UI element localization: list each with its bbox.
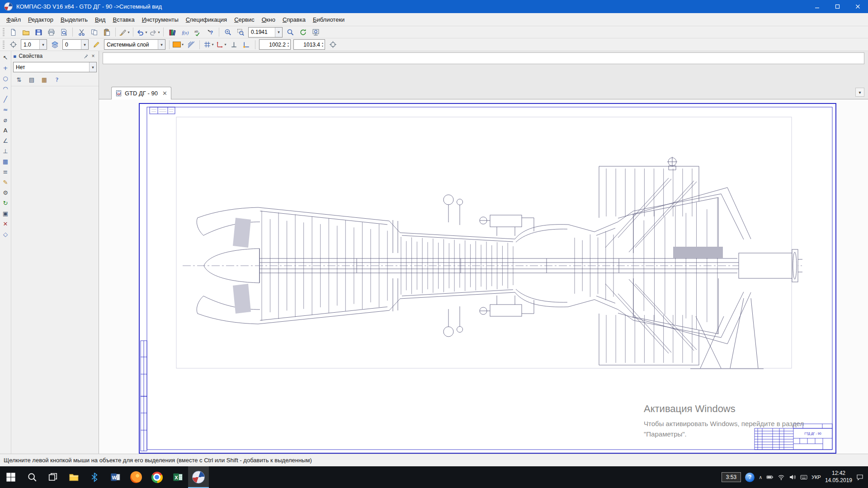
grid-icon[interactable]: ▾ — [203, 39, 214, 50]
excel-button[interactable] — [167, 466, 188, 488]
menu-item-tools[interactable]: Инструменты — [138, 14, 182, 25]
network-icon[interactable] — [778, 474, 785, 481]
refresh-image-icon[interactable] — [297, 27, 309, 38]
kompas-button[interactable] — [188, 466, 209, 488]
pin-panel-icon[interactable] — [82, 52, 90, 60]
hatch-tool-icon[interactable]: ▦ — [0, 156, 10, 166]
table-tool-icon[interactable]: ≡ — [0, 167, 10, 177]
panel-help-icon[interactable]: ? — [51, 74, 63, 85]
print-icon[interactable] — [45, 27, 57, 38]
menu-item-view[interactable]: Вид — [91, 14, 109, 25]
print-preview-icon[interactable] — [58, 27, 70, 38]
spline-tool-icon[interactable]: ≈ — [0, 104, 10, 114]
close-panel-icon[interactable]: × — [90, 52, 97, 60]
close-button[interactable] — [848, 0, 868, 13]
open-document-icon[interactable] — [20, 27, 32, 38]
zoom-pan-icon[interactable] — [284, 27, 296, 38]
document-tab[interactable]: GTD ДГ - 90 ✕ — [111, 87, 171, 99]
chevron-down-icon[interactable]: ▾ — [275, 28, 282, 37]
menu-item-service[interactable]: Сервис — [231, 14, 258, 25]
properties-filter-combo[interactable]: Нет ▾ — [13, 62, 97, 72]
variables-icon[interactable] — [179, 27, 191, 38]
list-view-icon[interactable]: ▤ — [26, 74, 38, 85]
new-document-icon[interactable] — [7, 27, 19, 38]
diameter-dimension-icon[interactable]: ⌀ — [0, 115, 10, 125]
file-explorer-button[interactable] — [63, 466, 84, 488]
cut-icon[interactable] — [75, 27, 87, 38]
delete-tool-icon[interactable]: ✕ — [0, 219, 10, 229]
cursor-step-icon[interactable] — [7, 39, 19, 50]
minimize-button[interactable] — [807, 0, 827, 13]
pencil-icon[interactable] — [90, 39, 102, 50]
menu-item-insert[interactable]: Вставка — [109, 14, 138, 25]
firefox-button[interactable] — [126, 466, 146, 488]
cursor-step-combo[interactable]: 1.0 ▾ — [21, 39, 47, 50]
chevron-down-icon[interactable]: ▾ — [158, 40, 165, 49]
line-color-swatch[interactable]: ▾ — [172, 39, 184, 50]
context-help-icon[interactable] — [204, 27, 216, 38]
show-all-icon[interactable] — [310, 27, 321, 38]
language-indicator[interactable]: УКР — [811, 474, 821, 480]
chevron-down-icon[interactable]: ▾ — [182, 42, 184, 47]
word-button[interactable] — [105, 466, 126, 488]
chevron-down-icon[interactable]: ▾ — [145, 30, 147, 34]
redo-icon[interactable]: ▾ — [149, 27, 160, 38]
help-icon[interactable]: ? — [745, 473, 755, 482]
task-view-button[interactable] — [42, 466, 63, 488]
touch-keyboard-icon[interactable] — [800, 474, 807, 481]
settings-gear-icon[interactable]: ⚙ — [0, 188, 10, 197]
chevron-down-icon[interactable]: ▾ — [39, 40, 47, 49]
angle-dimension-icon[interactable]: ∠ — [0, 136, 10, 145]
local-cs-icon[interactable]: ▾ — [215, 39, 227, 50]
hatch-icon[interactable] — [185, 39, 197, 50]
spinner-icon[interactable]: ▴▾ — [288, 42, 289, 47]
sort-icon[interactable]: ⇅ — [13, 74, 25, 85]
close-tab-icon[interactable]: ✕ — [162, 90, 167, 97]
measure-tool-icon[interactable]: ◇ — [0, 229, 10, 239]
undo-icon[interactable]: ▾ — [136, 27, 148, 38]
start-button[interactable] — [0, 466, 22, 488]
chevron-down-icon[interactable]: ▾ — [81, 40, 88, 49]
copy-properties-icon[interactable]: ▾ — [118, 27, 130, 38]
tab-list-dropdown-icon[interactable]: ▾ — [855, 88, 864, 97]
action-center-icon[interactable] — [856, 474, 863, 481]
text-tool-icon[interactable]: A — [0, 125, 10, 135]
hidden-icons-chevron-icon[interactable]: ∧ — [759, 474, 762, 480]
fragment-icon[interactable]: ▣ — [0, 208, 10, 218]
line-tool-icon[interactable]: ╱ — [0, 94, 10, 104]
chevron-down-icon[interactable]: ▾ — [212, 42, 214, 47]
menu-item-specification[interactable]: Спецификация — [182, 14, 231, 25]
save-icon[interactable] — [33, 27, 44, 38]
arc-tool-icon[interactable]: ◠ — [0, 84, 10, 94]
drawing-sheet[interactable]: ГТД ДГ - 90 — [139, 103, 836, 454]
edit-pencil-icon[interactable]: ✎ — [0, 177, 10, 187]
menu-item-select[interactable]: Выделить — [57, 14, 91, 25]
chevron-down-icon[interactable]: ▾ — [89, 62, 96, 72]
ortho-drawing-icon[interactable] — [228, 39, 240, 50]
zoom-area-icon[interactable] — [235, 27, 246, 38]
selection-arrow-icon[interactable]: ↖ — [0, 52, 10, 62]
cursor-y-field[interactable]: 1002.2 ▴▾ — [259, 39, 291, 50]
chrome-button[interactable] — [146, 466, 167, 488]
bluetooth-button[interactable] — [84, 466, 105, 488]
perpendicular-icon[interactable]: ⊥ — [0, 146, 10, 156]
drawing-canvas[interactable]: ГТД ДГ - 90 — [99, 99, 868, 454]
maximize-button[interactable] — [827, 0, 848, 13]
taskbar-clock[interactable]: 12:42 14.05.2019 — [825, 470, 852, 484]
menu-item-window[interactable]: Окно — [258, 14, 279, 25]
point-tool-icon[interactable]: + — [0, 63, 10, 73]
current-layer-combo[interactable]: 0 ▾ — [62, 39, 89, 50]
refresh-view-icon[interactable]: ↻ — [0, 198, 10, 208]
cursor-x-field[interactable]: 1013.4 ▴▾ — [293, 39, 325, 50]
menu-item-file[interactable]: Файл — [3, 14, 24, 25]
menu-item-libraries[interactable]: Библиотеки — [309, 14, 348, 25]
library-manager-icon[interactable] — [166, 27, 178, 38]
search-button[interactable] — [22, 466, 42, 488]
layers-icon[interactable] — [49, 39, 61, 50]
volume-icon[interactable] — [789, 474, 796, 481]
zoom-in-icon[interactable] — [222, 27, 234, 38]
timer-badge[interactable]: 3:53 — [722, 472, 741, 482]
palette-icon[interactable]: ▦ — [38, 74, 50, 85]
menu-item-help[interactable]: Справка — [279, 14, 309, 25]
spinner-icon[interactable]: ▴▾ — [322, 42, 323, 47]
